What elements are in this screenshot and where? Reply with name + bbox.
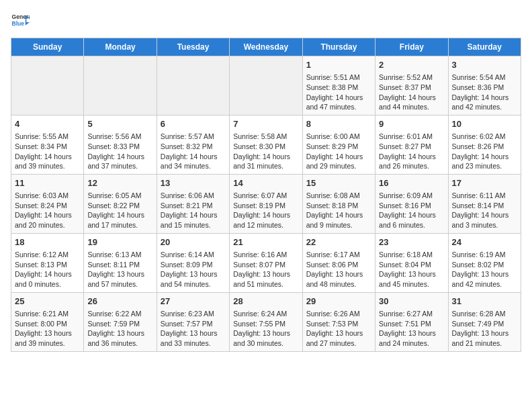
day-number: 8 bbox=[306, 118, 371, 130]
day-info: Sunrise: 5:54 AM bbox=[452, 73, 506, 81]
day-info: Sunset: 8:06 PM bbox=[306, 261, 359, 269]
day-info: Sunrise: 6:03 AM bbox=[15, 191, 69, 199]
calendar-cell: 9Sunrise: 6:01 AMSunset: 8:27 PMDaylight… bbox=[375, 115, 448, 174]
day-info: Sunrise: 6:09 AM bbox=[379, 191, 433, 199]
calendar-cell: 6Sunrise: 5:57 AMSunset: 8:32 PMDaylight… bbox=[157, 115, 229, 174]
day-info: Sunrise: 6:02 AM bbox=[452, 132, 506, 140]
logo-icon: General Blue bbox=[11, 11, 30, 30]
day-number: 7 bbox=[233, 118, 298, 130]
calendar-cell: 5Sunrise: 5:56 AMSunset: 8:33 PMDaylight… bbox=[84, 115, 157, 174]
day-info: Sunrise: 6:01 AM bbox=[379, 132, 433, 140]
day-info: Daylight: 13 hours and 42 minutes. bbox=[452, 270, 509, 288]
calendar-cell bbox=[84, 56, 157, 116]
day-info: Daylight: 13 hours and 54 minutes. bbox=[161, 270, 218, 288]
day-info: Sunset: 7:53 PM bbox=[306, 320, 359, 328]
day-info: Sunset: 8:21 PM bbox=[161, 201, 213, 210]
day-number: 2 bbox=[379, 59, 444, 71]
day-info: Daylight: 14 hours and 31 minutes. bbox=[233, 152, 290, 171]
day-header-saturday: Saturday bbox=[448, 38, 521, 56]
day-info: Sunset: 7:59 PM bbox=[87, 320, 140, 328]
day-number: 22 bbox=[306, 236, 371, 248]
day-number: 17 bbox=[452, 177, 517, 189]
day-info: Daylight: 13 hours and 33 minutes. bbox=[161, 329, 218, 347]
day-info: Daylight: 14 hours and 15 minutes. bbox=[161, 211, 218, 229]
day-number: 19 bbox=[87, 236, 152, 248]
calendar-cell: 31Sunrise: 6:28 AMSunset: 7:49 PMDayligh… bbox=[448, 292, 521, 351]
day-number: 3 bbox=[452, 59, 517, 71]
day-info: Daylight: 13 hours and 45 minutes. bbox=[379, 270, 436, 288]
day-number: 12 bbox=[87, 177, 152, 189]
day-info: Sunset: 8:32 PM bbox=[161, 142, 213, 150]
day-info: Sunset: 7:55 PM bbox=[233, 320, 285, 328]
day-info: Sunrise: 6:18 AM bbox=[379, 250, 433, 259]
calendar-cell: 4Sunrise: 5:55 AMSunset: 8:34 PMDaylight… bbox=[11, 115, 84, 174]
calendar-cell: 29Sunrise: 6:26 AMSunset: 7:53 PMDayligh… bbox=[302, 292, 375, 351]
day-header-monday: Monday bbox=[84, 38, 157, 56]
day-info: Sunrise: 6:14 AM bbox=[161, 250, 214, 259]
day-number: 27 bbox=[161, 295, 226, 308]
day-number: 11 bbox=[15, 177, 80, 189]
day-info: Daylight: 14 hours and 20 minutes. bbox=[15, 211, 72, 229]
calendar-cell: 20Sunrise: 6:14 AMSunset: 8:09 PMDayligh… bbox=[157, 233, 229, 292]
day-info: Sunset: 8:18 PM bbox=[306, 201, 359, 210]
day-header-wednesday: Wednesday bbox=[230, 38, 302, 56]
day-info: Sunrise: 6:23 AM bbox=[161, 310, 214, 318]
calendar-cell: 25Sunrise: 6:21 AMSunset: 8:00 PMDayligh… bbox=[11, 292, 84, 351]
day-info: Sunset: 8:19 PM bbox=[233, 201, 285, 210]
day-info: Daylight: 13 hours and 21 minutes. bbox=[452, 329, 509, 347]
day-info: Sunrise: 5:57 AM bbox=[161, 132, 214, 140]
day-number: 6 bbox=[161, 118, 226, 130]
day-number: 21 bbox=[233, 236, 298, 248]
day-info: Sunset: 8:24 PM bbox=[15, 201, 67, 210]
day-number: 29 bbox=[306, 295, 371, 308]
day-info: Daylight: 14 hours and 9 minutes. bbox=[306, 211, 363, 229]
day-info: Sunrise: 5:55 AM bbox=[15, 132, 69, 140]
day-info: Sunset: 8:38 PM bbox=[306, 83, 359, 91]
day-info: Sunrise: 6:12 AM bbox=[15, 250, 69, 259]
calendar-cell: 1Sunrise: 5:51 AMSunset: 8:38 PMDaylight… bbox=[302, 56, 375, 116]
day-info: Sunset: 8:26 PM bbox=[452, 142, 504, 150]
day-info: Daylight: 14 hours and 12 minutes. bbox=[233, 211, 290, 229]
day-info: Sunset: 7:49 PM bbox=[452, 320, 504, 328]
calendar-cell: 3Sunrise: 5:54 AMSunset: 8:36 PMDaylight… bbox=[448, 56, 521, 116]
calendar-cell: 13Sunrise: 6:06 AMSunset: 8:21 PMDayligh… bbox=[157, 174, 229, 233]
logo: General Blue bbox=[11, 11, 30, 30]
day-number: 25 bbox=[15, 295, 80, 308]
day-info: Daylight: 13 hours and 30 minutes. bbox=[233, 329, 290, 347]
day-info: Sunset: 8:30 PM bbox=[233, 142, 285, 150]
day-info: Sunset: 8:13 PM bbox=[15, 261, 67, 269]
day-info: Daylight: 13 hours and 36 minutes. bbox=[87, 329, 144, 347]
calendar-week-1: 1Sunrise: 5:51 AMSunset: 8:38 PMDaylight… bbox=[11, 56, 521, 116]
day-info: Daylight: 14 hours and 3 minutes. bbox=[452, 211, 509, 229]
calendar-cell: 7Sunrise: 5:58 AMSunset: 8:30 PMDaylight… bbox=[230, 115, 302, 174]
day-info: Sunset: 8:37 PM bbox=[379, 83, 431, 91]
calendar-header-row: SundayMondayTuesdayWednesdayThursdayFrid… bbox=[11, 38, 521, 56]
day-info: Sunset: 8:02 PM bbox=[452, 261, 504, 269]
day-number: 16 bbox=[379, 177, 444, 189]
day-info: Daylight: 14 hours and 47 minutes. bbox=[306, 93, 363, 111]
calendar-cell: 22Sunrise: 6:17 AMSunset: 8:06 PMDayligh… bbox=[302, 233, 375, 292]
day-info: Sunrise: 5:51 AM bbox=[306, 73, 360, 81]
day-info: Sunset: 8:34 PM bbox=[15, 142, 67, 150]
day-info: Sunrise: 6:13 AM bbox=[87, 250, 141, 259]
day-info: Sunrise: 6:17 AM bbox=[306, 250, 360, 259]
day-info: Sunset: 8:22 PM bbox=[87, 201, 140, 210]
day-info: Sunrise: 6:00 AM bbox=[306, 132, 360, 140]
day-info: Daylight: 13 hours and 51 minutes. bbox=[233, 270, 290, 288]
calendar-cell: 17Sunrise: 6:11 AMSunset: 8:14 PMDayligh… bbox=[448, 174, 521, 233]
day-info: Daylight: 13 hours and 27 minutes. bbox=[306, 329, 363, 347]
day-info: Sunset: 8:16 PM bbox=[379, 201, 431, 210]
calendar-cell: 15Sunrise: 6:08 AMSunset: 8:18 PMDayligh… bbox=[302, 174, 375, 233]
day-number: 1 bbox=[306, 59, 371, 71]
day-info: Sunrise: 6:19 AM bbox=[452, 250, 506, 259]
day-number: 10 bbox=[452, 118, 517, 130]
day-info: Sunset: 8:29 PM bbox=[306, 142, 359, 150]
calendar-table: SundayMondayTuesdayWednesdayThursdayFrid… bbox=[11, 38, 521, 352]
day-info: Daylight: 14 hours and 39 minutes. bbox=[15, 152, 72, 171]
day-info: Sunrise: 6:21 AM bbox=[15, 310, 69, 318]
day-number: 9 bbox=[379, 118, 444, 130]
day-number: 23 bbox=[379, 236, 444, 248]
day-info: Daylight: 14 hours and 44 minutes. bbox=[379, 93, 436, 111]
day-info: Sunrise: 6:26 AM bbox=[306, 310, 360, 318]
day-number: 24 bbox=[452, 236, 517, 248]
